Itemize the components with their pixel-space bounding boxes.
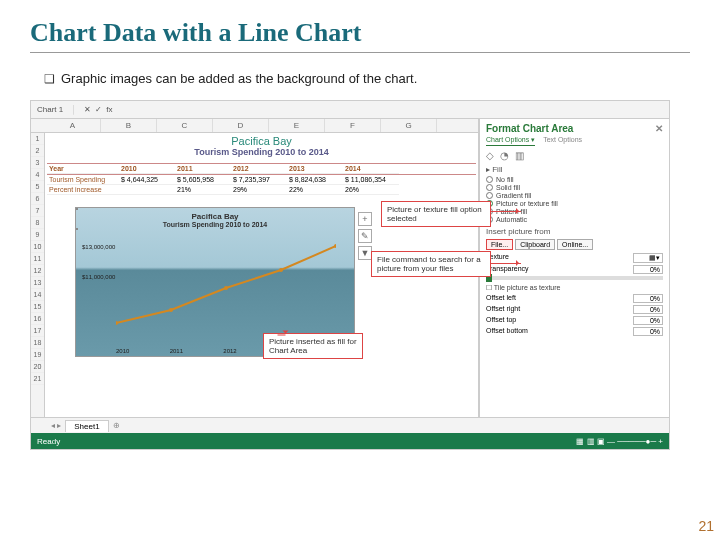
chart-subtitle: Tourism Spending 2010 to 2014: [76, 221, 354, 228]
texture-picker[interactable]: ▦▾: [633, 253, 663, 263]
tab-chart-options[interactable]: Chart Options ▾: [486, 136, 535, 146]
radio-gradient-fill[interactable]: Gradient fill: [486, 192, 663, 199]
sheet-tab[interactable]: Sheet1: [65, 420, 108, 432]
y-axis-label: $13,000,000: [82, 244, 115, 250]
pane-title: Format Chart Area: [486, 123, 573, 134]
radio-no-fill[interactable]: No fill: [486, 176, 663, 183]
page-number: 21: [698, 518, 714, 534]
callout-file-command: File command to search for a picture fro…: [371, 251, 491, 277]
name-box[interactable]: Chart 1: [37, 105, 63, 114]
transparency-value[interactable]: 0%: [633, 265, 663, 274]
add-sheet-icon[interactable]: ⊕: [113, 421, 120, 430]
svg-point-3: [279, 268, 283, 272]
column-headers: ABCDEFG: [31, 119, 478, 133]
transparency-label: Transparency: [486, 265, 529, 274]
bullet-text: Graphic images can be added as the backg…: [44, 71, 690, 86]
status-text: Ready: [37, 437, 60, 446]
offset-right-input[interactable]: 0%: [633, 305, 663, 314]
callout-picture-inserted: Picture inserted as fill for Chart Area: [263, 333, 363, 359]
chart-plus-button[interactable]: +: [358, 212, 372, 226]
chart-filter-button[interactable]: ▼: [358, 246, 372, 260]
tile-checkbox[interactable]: Tile picture as texture: [486, 284, 663, 292]
offset-left-input[interactable]: 0%: [633, 294, 663, 303]
slide-title: Chart Data with a Line Chart: [30, 18, 690, 53]
cancel-icon[interactable]: ✕: [84, 105, 91, 114]
formula-bar: Chart 1 │ ✕ ✓ fx: [31, 101, 669, 119]
tab-text-options[interactable]: Text Options: [543, 136, 582, 146]
excel-screenshot: Chart 1 │ ✕ ✓ fx ABCDEFG 123456789101112…: [30, 100, 670, 450]
svg-point-1: [169, 308, 173, 312]
offset-bottom-input[interactable]: 0%: [633, 327, 663, 336]
arrow-icon: [491, 263, 521, 264]
sheet-subtitle: Tourism Spending 2010 to 2014: [45, 147, 478, 157]
svg-point-2: [224, 286, 228, 290]
line-chart-svg: [116, 238, 336, 338]
chart-title: Pacifica Bay: [76, 212, 354, 221]
sheet-tabs: ◂ ▸ Sheet1 ⊕: [31, 417, 669, 433]
size-props-icon[interactable]: ▥: [515, 150, 524, 161]
zoom-controls[interactable]: ▦ ▥ ▣ — ─────●─ +: [576, 437, 663, 446]
arrow-icon: [278, 335, 286, 336]
radio-picture-texture-fill[interactable]: Picture or texture fill: [486, 200, 663, 207]
clipboard-button[interactable]: Clipboard: [515, 239, 555, 250]
status-bar: Ready ▦ ▥ ▣ — ─────●─ +: [31, 433, 669, 449]
arrow-icon: [491, 211, 521, 212]
row-headers: 123456789101112131415161718192021: [31, 133, 45, 433]
transparency-slider[interactable]: [486, 276, 663, 280]
radio-solid-fill[interactable]: Solid fill: [486, 184, 663, 191]
confirm-icon[interactable]: ✓: [95, 105, 102, 114]
close-icon[interactable]: ✕: [655, 123, 663, 134]
file-button[interactable]: File...: [486, 239, 513, 250]
fx-icon[interactable]: fx: [106, 105, 112, 114]
offset-top-input[interactable]: 0%: [633, 316, 663, 325]
data-table: Year20102011201220132014 Tourism Spendin…: [47, 163, 476, 195]
online-button[interactable]: Online...: [557, 239, 593, 250]
chart-brush-button[interactable]: ✎: [358, 229, 372, 243]
fill-line-icon[interactable]: ◇: [486, 150, 494, 161]
fill-section[interactable]: ▸ Fill: [486, 165, 663, 174]
y-axis-label: $11,000,000: [82, 274, 115, 280]
insert-picture-label: Insert picture from: [486, 227, 663, 236]
callout-picture-fill: Picture or texture fill option selected: [381, 201, 491, 227]
sheet-title: Pacifica Bay: [45, 135, 478, 147]
radio-automatic[interactable]: Automatic: [486, 216, 663, 223]
format-chart-area-pane: Format Chart Area ✕ Chart Options ▾ Text…: [479, 119, 669, 433]
effects-icon[interactable]: ◔: [500, 150, 509, 161]
